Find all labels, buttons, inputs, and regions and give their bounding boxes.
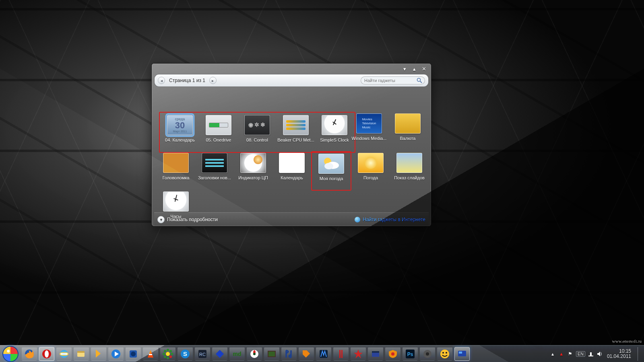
gadget-label: Beaker CPU Met... bbox=[277, 138, 315, 142]
tray-chevron-icon[interactable]: ▴ bbox=[549, 351, 556, 357]
find-gadgets-online-link[interactable]: Найти гаджеты в Интернете bbox=[355, 217, 425, 222]
svg-point-31 bbox=[253, 353, 256, 355]
gadget-05-onedrive[interactable]: 05. Onedrive bbox=[199, 113, 238, 151]
svg-point-19 bbox=[163, 353, 165, 355]
drive-meter-icon bbox=[206, 115, 231, 135]
taskbar-app-md[interactable]: md bbox=[229, 347, 245, 361]
window-titlebar[interactable]: ▾ ▴ ✕ bbox=[152, 64, 431, 74]
gadget-headlines[interactable]: Заголовки нов... bbox=[195, 151, 234, 189]
svg-point-18 bbox=[167, 357, 169, 359]
start-button[interactable] bbox=[2, 346, 19, 362]
status-bar: ▾ Показать подробности Найти гаджеты в И… bbox=[154, 212, 429, 226]
control-icon: ◉✲❄ bbox=[244, 115, 270, 135]
gauge-icon bbox=[240, 153, 266, 173]
taskbar-app-opera[interactable] bbox=[39, 347, 54, 361]
gadget-label: 05. Onedrive bbox=[200, 138, 237, 142]
gadget-label: Валюта bbox=[389, 136, 427, 141]
taskbar-app-winamp[interactable] bbox=[91, 347, 106, 361]
taskbar-app-uac[interactable] bbox=[385, 347, 400, 361]
svg-rect-50 bbox=[588, 356, 593, 356]
taskbar-app-vmware[interactable] bbox=[126, 347, 141, 361]
taskbar-app-vlc[interactable] bbox=[143, 347, 158, 361]
gadget-08-control[interactable]: ◉✲❄ 08. Control bbox=[238, 113, 277, 151]
svg-point-46 bbox=[442, 352, 444, 354]
show-desktop-button[interactable] bbox=[638, 347, 642, 361]
search-input[interactable] bbox=[361, 76, 425, 84]
taskbar-app-explorer[interactable] bbox=[74, 347, 89, 361]
gadget-calendar2[interactable]: Календарь bbox=[272, 151, 311, 189]
slideshow-icon bbox=[396, 153, 422, 173]
gadget-slideshow[interactable]: Показ слайдов bbox=[390, 151, 429, 189]
tray-red-triangle-icon[interactable]: ▲ bbox=[558, 351, 565, 357]
taskbar-app-gadget-win[interactable] bbox=[454, 347, 470, 361]
gadget-label: Заголовки нов... bbox=[196, 175, 233, 180]
svg-text:RC: RC bbox=[199, 352, 206, 357]
svg-point-45 bbox=[440, 350, 449, 358]
gadget-label: Погода bbox=[352, 175, 390, 180]
gadget-label: Windows Media... bbox=[350, 136, 388, 141]
taskbar-app-vbox[interactable] bbox=[316, 347, 331, 361]
svg-rect-33 bbox=[268, 352, 275, 356]
close-icon[interactable]: ✕ bbox=[421, 66, 427, 72]
svg-rect-36 bbox=[341, 350, 343, 358]
taskbar-app-ps[interactable]: Ps bbox=[402, 347, 418, 361]
taskbar-app-qt[interactable] bbox=[420, 347, 435, 361]
taskbar-app-rc[interactable]: RC bbox=[195, 347, 210, 361]
weather-cloud-sun-icon bbox=[318, 154, 344, 174]
maximize-icon[interactable]: ▴ bbox=[411, 66, 417, 72]
gadget-simples-clock[interactable]: SimpleS Clock bbox=[315, 113, 354, 151]
gadget-label: Показ слайдов bbox=[390, 175, 428, 180]
taskbar-app-burn[interactable] bbox=[247, 347, 262, 361]
svg-rect-39 bbox=[372, 351, 379, 353]
taskbar-app-star[interactable] bbox=[351, 347, 366, 361]
media-center-icon: Movies Television Music bbox=[356, 113, 382, 134]
gadget-puzzle[interactable]: Головоломка bbox=[157, 151, 195, 189]
gadget-cpu-indicator[interactable]: Индикатор ЦП bbox=[234, 151, 272, 189]
taskbar-app-foobar[interactable] bbox=[281, 347, 297, 361]
gadget-clock[interactable]: Часы bbox=[157, 190, 195, 228]
tray-volume-icon[interactable] bbox=[597, 351, 603, 357]
svg-rect-35 bbox=[339, 350, 341, 358]
taskbar-app-tag[interactable] bbox=[299, 347, 314, 361]
gadget-label: 04. Календарь bbox=[161, 138, 199, 142]
page-prev-button[interactable]: ◂ bbox=[158, 77, 165, 84]
taskbar-app-wmp[interactable] bbox=[108, 347, 124, 361]
gadget-beaker-cpu[interactable]: Beaker CPU Met... bbox=[277, 113, 315, 151]
taskbar-app-icq[interactable] bbox=[160, 347, 175, 361]
tray-network-icon[interactable] bbox=[588, 351, 594, 357]
gadget-label: Календарь bbox=[273, 175, 311, 180]
taskbar-app-firefox[interactable] bbox=[22, 347, 37, 361]
taskbar-app-gallery[interactable] bbox=[264, 347, 279, 361]
taskbar-app-smile[interactable] bbox=[437, 347, 452, 361]
gadget-gallery-window: ▾ ▴ ✕ ◂ Страница 1 из 1 ▸ среда 30 Март … bbox=[151, 63, 431, 226]
svg-point-47 bbox=[446, 352, 447, 354]
toolbar: ◂ Страница 1 из 1 ▸ bbox=[154, 74, 429, 87]
taskbar-app-ie[interactable] bbox=[56, 347, 72, 361]
tray-language-indicator[interactable]: EN bbox=[576, 351, 585, 357]
svg-point-40 bbox=[391, 352, 394, 356]
svg-rect-9 bbox=[77, 351, 85, 353]
page-next-button[interactable]: ▸ bbox=[209, 77, 217, 84]
gadget-label: 08. Control bbox=[238, 138, 276, 142]
minimize-icon[interactable]: ▾ bbox=[401, 66, 408, 72]
svg-marker-37 bbox=[354, 350, 363, 358]
taskbar-app-bluestacks[interactable] bbox=[212, 347, 227, 361]
tray-time: 10:15 bbox=[607, 349, 631, 354]
gadget-windows-media[interactable]: Movies Television Music Windows Media... bbox=[350, 112, 388, 150]
taskbar-app-skype[interactable]: S bbox=[178, 347, 193, 361]
gadget-my-weather[interactable]: Моя погода bbox=[312, 152, 351, 190]
svg-text:S: S bbox=[183, 350, 187, 357]
svg-point-16 bbox=[166, 352, 170, 356]
gadget-04-kalendar[interactable]: среда 30 Март 2011 04. Календарь bbox=[161, 113, 199, 151]
tray-action-center-icon[interactable]: ⚑ bbox=[567, 351, 574, 357]
month-calendar-icon bbox=[279, 153, 305, 173]
tray-clock[interactable]: 10:15 01.04.2011 bbox=[605, 349, 633, 359]
taskbar: SRCmdPs ▴ ▲ ⚑ EN 10:15 01.04.2011 bbox=[0, 345, 644, 362]
gadget-weather[interactable]: Погода bbox=[351, 151, 390, 189]
gadget-currency[interactable]: Валюта bbox=[388, 112, 427, 150]
svg-point-24 bbox=[169, 356, 172, 358]
page-indicator: Страница 1 из 1 bbox=[167, 78, 207, 83]
puzzle-icon bbox=[163, 153, 189, 173]
taskbar-app-record[interactable] bbox=[333, 347, 349, 361]
taskbar-app-filebox[interactable] bbox=[368, 347, 383, 361]
